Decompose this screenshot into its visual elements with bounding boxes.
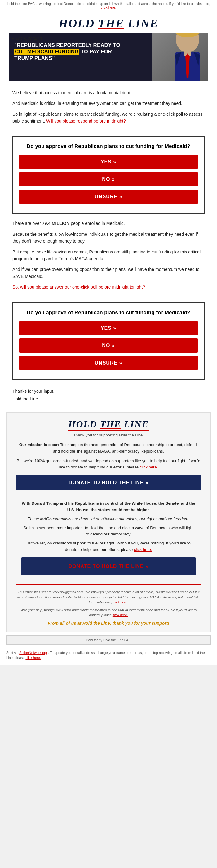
guardian-label: ✦ The Guardian (12, 36, 128, 41)
footer-mission: Our mission is clear: To champion the ne… (16, 442, 201, 455)
footer-logo: HOLD THE LINE (68, 419, 149, 431)
gold-thank-you: From all of us at Hold the Line, thank y… (16, 621, 201, 626)
body-section-1: We believe that access to medical care i… (0, 86, 217, 131)
top-bar: Hold the Line PAC is working to elect De… (0, 0, 217, 11)
red-box-p2: These MAGA extremists are dead set on at… (21, 516, 196, 522)
top-bar-unsubscribe-link[interactable]: click here. (101, 6, 116, 9)
footer-tagline: Thank you for supporting Hold the Line. (16, 433, 201, 437)
donate-button-1[interactable]: DONATE TO HOLD THE LINE » (16, 475, 201, 491)
middle-p3: But despite these life-saving outcomes, … (12, 248, 205, 262)
paid-for-text: Paid for by Hold the Line PAC (86, 638, 131, 642)
grassroots-link-1[interactable]: click here: (140, 465, 158, 469)
disclaimer-unsubscribe-link[interactable]: click here. (113, 600, 128, 604)
red-box-click-here[interactable]: click here: (134, 547, 152, 552)
hero-headline: "REPUBLICANS REPORTEDLY READY TO CUT MED… (12, 41, 128, 65)
hero-headline-text: "REPUBLICANS REPORTEDLY READY TO CUT MED… (14, 42, 120, 61)
middle-p4: And if we can prove overwhelming opposit… (12, 266, 205, 280)
medicaid-number: 79.4 MILLION (42, 221, 70, 226)
red-box-p4: But we rely on grassroots support to fue… (21, 540, 196, 553)
email-wrapper: Hold the Line PAC is working to elect De… (0, 0, 217, 665)
update-email-link[interactable]: click here. (25, 656, 41, 659)
footer-disclaimer-1: This email was sent to xxxxxxx@gmail.com… (16, 589, 201, 605)
footer-box: HOLD THE LINE Thank you for supporting H… (6, 412, 211, 632)
middle-section: There are over 79.4 MILLION people enrol… (0, 219, 217, 297)
hero-highlight: CUT MEDICAID FUNDING (14, 49, 80, 55)
hero-image: ✦ The Guardian "REPUBLICANS REPORTEDLY R… (9, 33, 208, 81)
action-network-link[interactable]: ActionNetwork.org (19, 651, 47, 655)
mission-bold: Our mission is clear: (19, 442, 59, 447)
donate-button-2[interactable]: DONATE TO HOLD THE LINE » (21, 557, 196, 576)
main-logo: HOLD THE LINE (6, 17, 211, 30)
middle-p1: There are over 79.4 MILLION people enrol… (12, 220, 205, 227)
poll1-yes-button[interactable]: YES » (19, 155, 198, 169)
poll-question-2: Do you approve of Republican plans to cu… (19, 309, 198, 316)
red-box-p3: So it's never been more important to Hol… (21, 525, 196, 538)
paid-for-bar: Paid for by Hold the Line PAC (6, 636, 211, 645)
signoff-line2: Hold the Line (12, 395, 205, 403)
disclaimer-donate-link[interactable]: click here. (113, 613, 128, 617)
poll2-unsure-button[interactable]: UNSURE » (19, 356, 198, 370)
signoff-line1: Thanks for your input, (12, 388, 205, 395)
respond-link-1[interactable]: Will you please respond before midnight? (46, 119, 126, 123)
red-box-p1: With Donald Trump and his Republicans in… (21, 500, 196, 514)
red-border-box: With Donald Trump and his Republicans in… (16, 495, 201, 585)
poll1-no-button[interactable]: NO » (19, 172, 198, 186)
poll-box-1: Do you approve of Republican plans to cu… (12, 136, 205, 214)
footer-grassroots: But we're 100% grassroots-funded, and we… (16, 458, 201, 471)
footer-disclaimer-2: With your help, though, we'll build unde… (16, 608, 201, 618)
poll-link-2[interactable]: So, will you please answer our one-click… (12, 284, 145, 289)
poll-question-1: Do you approve of Republican plans to cu… (19, 143, 198, 150)
poll2-no-button[interactable]: NO » (19, 338, 198, 353)
body-p1: We believe that access to medical care i… (12, 89, 205, 96)
poll-box-2: Do you approve of Republican plans to cu… (12, 303, 205, 380)
hero-content-left: ✦ The Guardian "REPUBLICANS REPORTEDLY R… (9, 33, 128, 67)
sign-off: Thanks for your input, Hold the Line (0, 385, 217, 409)
middle-link: So, will you please answer our one-click… (12, 283, 205, 290)
top-bar-text: Hold the Line PAC is working to elect De… (7, 2, 210, 6)
trump-silhouette (152, 33, 208, 81)
poll1-unsure-button[interactable]: UNSURE » (19, 190, 198, 204)
header-section: HOLD THE LINE (0, 11, 217, 33)
mission-text: To champion the next generation of Democ… (53, 442, 198, 454)
poll2-yes-button[interactable]: YES » (19, 321, 198, 335)
body-p2: And Medicaid is critical in ensuring tha… (12, 100, 205, 107)
body-p3: So in light of Republicans' plans to cut… (12, 111, 205, 125)
hero-photo (120, 33, 208, 81)
middle-p2: Because the benefits allow low-income in… (12, 231, 205, 245)
very-bottom: Sent via ActionNetwork.org . To update y… (0, 648, 217, 665)
